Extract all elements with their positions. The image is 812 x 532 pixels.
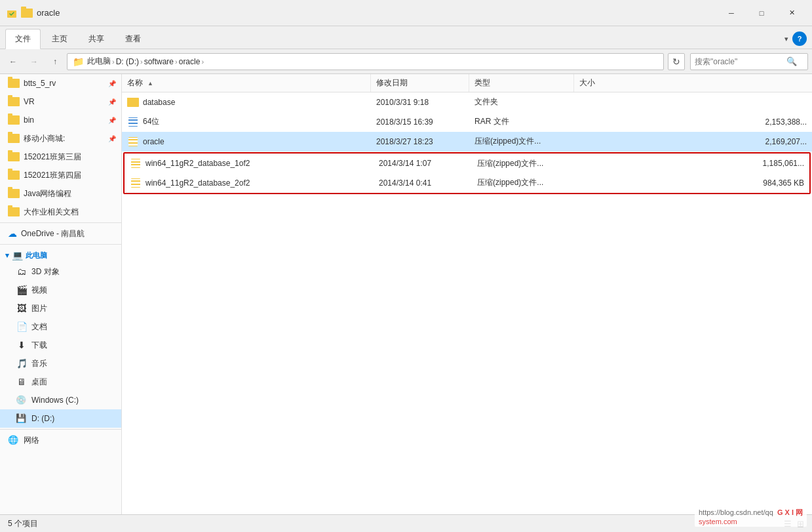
crumb-oracle[interactable]: oracle [179,57,201,66]
close-button[interactable]: ✕ [777,0,807,26]
drive-c-icon: 💿 [16,395,28,405]
help-button[interactable]: ? [792,31,807,46]
file-size-cell: 984,365 KB [577,178,809,188]
sidebar-item-btts[interactable]: btts_5_rv 📌 [0,74,121,92]
file-name-cell: database [122,98,371,107]
file-name: win64_11gR2_database_2of2 [145,178,250,188]
refresh-button[interactable]: ↻ [668,53,685,70]
col-header-date[interactable]: 修改日期 [371,74,469,92]
col-name-label: 名称 [127,77,143,89]
col-header-type[interactable]: 类型 [469,74,574,92]
tab-file[interactable]: 文件 [5,29,41,49]
minimize-button[interactable]: ─ [716,0,746,26]
file-name-cell: 64位 [122,116,371,127]
sidebar-this-pc[interactable]: ▾ 💻 此电脑 [0,246,121,262]
crumb-d[interactable]: D: (D:) [116,57,139,66]
sidebar-label: 3D 对象 [31,266,60,277]
tab-view[interactable]: 查看 [115,29,151,49]
crumb-thispc[interactable]: 此电脑 [87,56,111,67]
col-header-size[interactable]: 大小 [574,74,812,92]
sidebar-item-desktop[interactable]: 🖥 桌面 [0,373,121,391]
sidebar-item-network[interactable]: 🌐 网络 [0,431,121,449]
back-button[interactable]: ← [4,53,22,70]
file-name: database [143,98,175,107]
highlighted-group: win64_11gR2_database_1of2 2014/3/14 1:07… [123,152,811,194]
sidebar-label: 此电脑 [26,251,47,260]
sidebar-item-downloads[interactable]: ⬇ 下载 [0,336,121,354]
sidebar-item-class4[interactable]: 152021班第四届 [0,166,121,184]
docs-icon: 📄 [16,321,28,332]
sidebar-item-docs[interactable]: 📄 文档 [0,317,121,336]
folder-icon [8,79,20,88]
file-row-64bit[interactable]: 64位 2018/3/15 16:39 RAR 文件 2,153,388... [122,112,812,132]
zip-icon [130,158,142,169]
pictures-icon: 🖼 [16,303,28,314]
title-bar: oracle ─ □ ✕ [0,0,812,26]
file-row-1of2[interactable]: win64_11gR2_database_1of2 2014/3/14 1:07… [125,153,809,173]
search-box[interactable]: 🔍 [690,53,808,70]
tab-share[interactable]: 共享 [79,29,114,49]
sidebar-item-vr[interactable]: VR 📌 [0,92,121,111]
sidebar-item-onedrive[interactable]: ☁ OneDrive - 南昌航 [0,224,121,243]
window-title: oracle [37,8,716,18]
file-type-cell: 压缩(zipped)文件... [472,177,577,188]
ribbon-tabs: 文件 主页 共享 查看 ▾ ? [0,26,812,49]
file-type-cell: RAR 文件 [469,116,574,127]
sidebar-label: 视频 [31,285,47,296]
file-date-cell: 2018/3/15 16:39 [371,117,469,127]
crumb-software[interactable]: software [144,57,174,66]
sidebar-item-java[interactable]: Java网络编程 [0,184,121,203]
file-name: oracle [143,137,164,146]
sidebar-item-bin[interactable]: bin 📌 [0,111,121,129]
file-type-cell: 压缩(zipped)文件... [469,136,574,147]
sidebar-label: btts_5_rv [24,79,56,88]
desktop-icon: 🖥 [16,377,28,387]
file-row-oracle[interactable]: oracle 2018/3/27 18:23 压缩(zipped)文件... 2… [122,132,812,152]
sidebar-item-music[interactable]: 🎵 音乐 [0,354,121,373]
sidebar-item-d-drive[interactable]: 💾 D: (D:) [0,409,121,428]
tab-home[interactable]: 主页 [42,29,77,49]
sidebar-item-video[interactable]: 🎬 视频 [0,281,121,299]
sidebar-label: 移动小商城: [24,133,65,144]
up-button[interactable]: ↑ [46,53,64,70]
cloud-icon: ☁ [8,228,17,239]
maximize-button[interactable]: □ [746,0,777,26]
ribbon: 文件 主页 共享 查看 ▾ ? [0,26,812,49]
address-input[interactable]: 📁 此电脑 › D: (D:) › software › oracle › [67,53,664,70]
sidebar: btts_5_rv 📌 VR 📌 bin 📌 移动小商城: 📌 152021班第 [0,74,122,514]
sidebar-label: 下载 [31,340,47,351]
file-name-cell: win64_11gR2_database_1of2 [125,158,374,169]
status-bar: 5 个项目 ☰ ⊞ [0,514,812,532]
forward-button[interactable]: → [25,53,43,70]
sidebar-label: Java网络编程 [24,188,71,199]
watermark3: system.com [699,518,737,525]
expand-ribbon-icon[interactable]: ▾ [784,35,788,43]
file-size-cell: 1,185,061... [577,159,809,168]
file-row-database[interactable]: database 2010/3/31 9:18 文件夹 [122,92,812,112]
sidebar-item-dazuoye[interactable]: 大作业相关文档 [0,203,121,221]
sidebar-label: bin [24,115,34,125]
title-folder-icon [21,9,33,18]
zip-icon [127,136,139,147]
folder-icon [8,207,20,216]
sidebar-item-c-drive[interactable]: 💿 Windows (C:) [0,391,121,409]
col-header-name[interactable]: 名称 ▲ [122,74,371,92]
sidebar-item-mobile[interactable]: 移动小商城: 📌 [0,129,121,148]
watermark: https://blog.csdn.net/qq G X I 网 system.… [695,506,807,527]
sidebar-item-class3[interactable]: 152021班第三届 [0,148,121,166]
file-row-2of2[interactable]: win64_11gR2_database_2of2 2014/3/14 0:41… [125,173,809,193]
sidebar-item-pictures[interactable]: 🖼 图片 [0,299,121,317]
folder-icon [127,98,139,107]
file-type-cell: 文件夹 [469,96,574,108]
folder-icon [8,115,20,125]
sidebar-label: 152021班第三届 [24,152,81,163]
sidebar-divider-2 [0,244,121,245]
sidebar-item-3d[interactable]: 🗂 3D 对象 [0,262,121,281]
breadcrumb: 此电脑 › D: (D:) › software › oracle › [87,56,204,67]
file-date-cell: 2010/3/31 9:18 [371,98,469,107]
sidebar-label: 大作业相关文档 [24,207,79,218]
search-input[interactable] [695,57,786,66]
file-name-cell: oracle [122,136,371,147]
sidebar-divider-1 [0,222,121,223]
sidebar-divider-3 [0,429,121,430]
